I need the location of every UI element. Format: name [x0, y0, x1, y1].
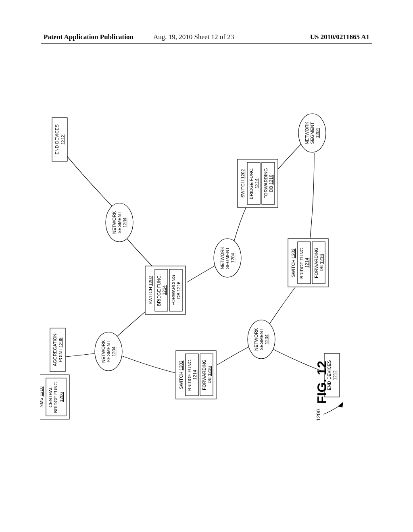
- svg-text:SWITCH 1202: SWITCH 1202: [240, 169, 245, 198]
- svg-text:1212: 1212: [60, 135, 65, 144]
- svg-text:BRIDGE FUNC.: BRIDGE FUNC.: [299, 247, 304, 279]
- svg-text:NETWORK: NETWORK: [112, 211, 117, 234]
- header-date-sheet: Aug. 19, 2010 Sheet 12 of 23: [153, 33, 234, 41]
- svg-text:1214: 1214: [305, 258, 309, 268]
- svg-text:SEGMENT: SEGMENT: [106, 341, 111, 363]
- svg-text:DB 1216: DB 1216: [207, 366, 212, 384]
- svg-text:BRIDGE FUNC.: BRIDGE FUNC.: [249, 168, 254, 200]
- svg-text:1204: 1204: [230, 253, 235, 263]
- svg-text:SEGMENT: SEGMENT: [117, 212, 122, 234]
- svg-text:DB 1216: DB 1216: [176, 282, 181, 299]
- svg-text:AGGREGATION: AGGREGATION: [52, 333, 57, 366]
- svg-text:1214: 1214: [192, 370, 197, 380]
- svg-text:1204: 1204: [315, 128, 320, 138]
- svg-text:SWITCH 1202: SWITCH 1202: [179, 361, 184, 389]
- svg-text:FORWARDING: FORWARDING: [314, 247, 319, 278]
- svg-text:1204: 1204: [122, 218, 127, 227]
- svg-text:NETWORK: NETWORK: [305, 121, 309, 144]
- header-patent-number: US 2010/0211665 A1: [310, 33, 369, 41]
- svg-text:SEGMENT: SEGMENT: [225, 247, 230, 269]
- header-publication: Patent Application Publication: [44, 33, 133, 41]
- svg-text:1214: 1214: [254, 179, 259, 188]
- svg-text:NETWORK: NETWORK: [254, 328, 259, 351]
- svg-text:NETWORK: NETWORK: [220, 246, 225, 269]
- svg-text:BRIDGE FUNC.: BRIDGE FUNC.: [187, 359, 192, 391]
- svg-text:1206: 1206: [59, 392, 64, 402]
- svg-text:1214: 1214: [162, 285, 167, 295]
- svg-text:CENTRAL: CENTRAL: [48, 387, 53, 407]
- svg-text:1204: 1204: [111, 347, 116, 356]
- svg-text:FORWARDING: FORWARDING: [171, 275, 176, 305]
- svg-text:SWITCH 1202: SWITCH 1202: [148, 276, 153, 305]
- svg-text:1212: 1212: [332, 370, 337, 380]
- svg-text:NMS 1210: NMS 1210: [40, 387, 44, 407]
- svg-text:SWITCH 1202: SWITCH 1202: [291, 249, 296, 277]
- svg-text:DB 1216: DB 1216: [269, 175, 273, 192]
- svg-text:SEGMENT: SEGMENT: [259, 328, 264, 351]
- svg-text:SEGMENT: SEGMENT: [310, 122, 315, 144]
- svg-text:1204: 1204: [264, 335, 269, 344]
- svg-text:BRIDGE FUNC.: BRIDGE FUNC.: [53, 381, 58, 413]
- svg-text:BRIDGE FUNC.: BRIDGE FUNC.: [156, 274, 161, 306]
- svg-text:DB 1216: DB 1216: [319, 254, 324, 272]
- svg-text:FORWARDING: FORWARDING: [263, 168, 268, 199]
- header-divider: [41, 43, 372, 44]
- svg-text:NETWORK: NETWORK: [101, 340, 106, 363]
- svg-text:END DEVICES: END DEVICES: [54, 125, 59, 155]
- svg-text:1200: 1200: [315, 409, 321, 421]
- figure-label: FIG. 12: [315, 361, 330, 404]
- svg-marker-0: [338, 402, 343, 407]
- svg-text:FORWARDING: FORWARDING: [202, 360, 206, 390]
- svg-text:POINT 1208: POINT 1208: [58, 338, 63, 362]
